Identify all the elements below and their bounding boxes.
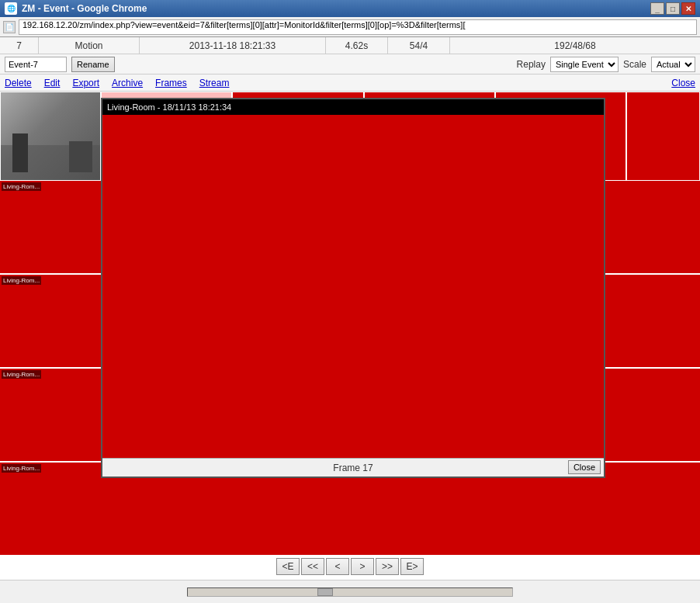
url-input[interactable]: 192.168.12.20/zm/index.php?view=event&ei… [19,19,697,35]
title-bar: 🌐 ZM - Event - Google Chrome _ □ ✕ [0,0,700,17]
replay-label: Replay [517,59,546,70]
replay-select[interactable]: Single Event All Events Cyclic [550,57,619,72]
right-thumb-2[interactable] [626,181,700,275]
edit-link[interactable]: Edit [44,78,61,88]
right-thumb-column [626,181,700,555]
popup-image [102,115,604,458]
right-thumb-5[interactable] [626,463,700,555]
thumb-label-5: Living-Rom... [2,464,41,473]
export-link[interactable]: Export [72,78,99,88]
scrollbar-row [0,580,700,603]
frame-number-label: Frame 17 [333,463,373,473]
close-link[interactable]: Close [671,78,695,88]
stream-link[interactable]: Stream [199,78,230,88]
frame-popup: Living-Room - 18/11/13 18:21:34 Frame 17… [101,98,605,478]
page-icon: 📄 [3,21,16,33]
frames-area: Living-Rom... Living-Rom... Living-Rom..… [0,92,700,603]
window-title: ZM - Event - Google Chrome [22,3,147,14]
main-content: 7 Motion 2013-11-18 18:21:33 4.62s 54/4 … [0,37,700,603]
scrollbar-track[interactable] [187,587,513,597]
event-name-cell: Motion [39,37,140,54]
popup-footer: Frame 17 Close [102,458,604,477]
first-frame-button[interactable]: <E [276,558,300,575]
left-thumb-2[interactable]: Living-Rom... [0,181,101,275]
event-storage-cell: 192/48/68 [450,37,700,54]
popup-title-text: Living-Room - 18/11/13 18:21:34 [107,102,231,112]
event-duration-cell: 4.62s [326,37,388,54]
left-thumb-column: Living-Rom... Living-Rom... Living-Rom..… [0,181,101,555]
thumb-label-2: Living-Rom... [2,182,41,191]
close-window-button[interactable]: ✕ [681,2,695,15]
event-id-cell: 7 [0,37,39,54]
prev-multi-button[interactable]: << [301,558,324,575]
right-thumb-3[interactable] [626,275,700,369]
next-frame-button[interactable]: > [351,558,374,575]
rename-button[interactable]: Rename [71,57,115,72]
thumb-camera[interactable] [0,92,101,181]
last-frame-button[interactable]: E> [400,558,424,575]
window-controls: _ □ ✕ [650,2,695,15]
archive-link[interactable]: Archive [112,78,143,88]
delete-link[interactable]: Delete [5,78,32,88]
prev-frame-button[interactable]: < [326,558,349,575]
next-multi-button[interactable]: >> [376,558,399,575]
maximize-button[interactable]: □ [666,2,680,15]
left-thumb-3[interactable]: Living-Rom... [0,275,101,369]
toolbar-row: Rename Replay Single Event All Events Cy… [0,54,700,75]
left-thumb-5[interactable]: Living-Rom... [0,463,101,555]
popup-title-bar: Living-Room - 18/11/13 18:21:34 [102,99,604,115]
event-name-input[interactable] [5,57,67,72]
thumb-label-4: Living-Rom... [2,370,41,379]
event-frames-cell: 54/4 [388,37,450,54]
scale-label: Scale [623,59,646,70]
nav-buttons-row: <E << < > >> E> [0,555,700,578]
title-text: 🌐 ZM - Event - Google Chrome [5,2,147,15]
scale-select[interactable]: Actual 50% 75% 100% [651,57,695,72]
popup-close-button[interactable]: Close [568,460,601,474]
chrome-icon: 🌐 [5,2,17,15]
frames-link[interactable]: Frames [155,78,187,88]
right-thumb-4[interactable] [626,369,700,463]
thumb-label-3: Living-Rom... [2,276,41,285]
left-thumb-4[interactable]: Living-Rom... [0,369,101,463]
event-datetime-cell: 2013-11-18 18:21:33 [140,37,326,54]
event-info-row: 7 Motion 2013-11-18 18:21:33 4.62s 54/4 … [0,37,700,54]
scrollbar-thumb[interactable] [317,588,333,596]
address-bar: 📄 192.168.12.20/zm/index.php?view=event&… [0,17,700,37]
minimize-button[interactable]: _ [650,2,664,15]
top-frame-right[interactable] [626,92,700,181]
nav-row: Delete Edit Export Archive Frames Stream… [0,75,700,92]
